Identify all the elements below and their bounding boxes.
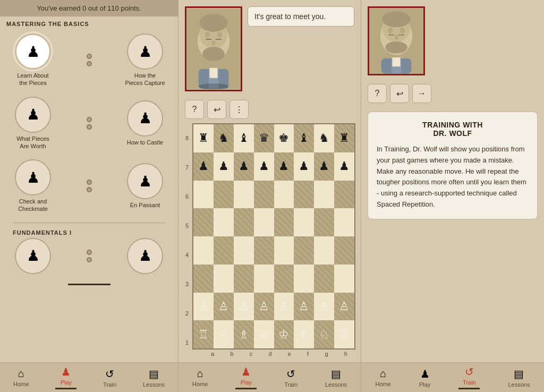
right-top (361, 0, 544, 82)
lesson-item-4[interactable]: ♟ How to Castle (118, 100, 172, 146)
back-button[interactable]: ↩ (207, 100, 226, 119)
cell-r5c7[interactable] (334, 265, 354, 293)
svg-point-22 (394, 35, 398, 40)
cell-r0c4[interactable]: ♚ (274, 124, 294, 152)
cell-r7c3[interactable]: ♕ (254, 320, 274, 348)
cell-r0c1[interactable]: ♞ (214, 124, 234, 152)
cell-r7c7[interactable]: ♖ (334, 320, 354, 348)
cell-r7c0[interactable]: ♖ (193, 320, 214, 348)
cell-r2c7[interactable] (334, 181, 354, 209)
left-nav-home[interactable]: ⌂ Home (9, 365, 33, 389)
rank-4: 4 (184, 252, 190, 258)
left-nav-lessons[interactable]: ▤ Lessons (139, 365, 169, 390)
cell-r7c1[interactable]: ♘ (214, 320, 234, 348)
cell-r3c7[interactable] (334, 208, 354, 236)
cell-r2c2[interactable] (234, 181, 254, 209)
cell-r6c6[interactable]: ♙ (314, 293, 334, 321)
svg-rect-7 (216, 39, 222, 40)
mid-nav-play[interactable]: ♟ Play (231, 363, 261, 391)
file-d: d (268, 351, 271, 357)
right-back-button[interactable]: ↩ (390, 84, 409, 103)
lesson-item-6[interactable]: ♟ En Passant (118, 163, 172, 209)
cell-r5c1[interactable] (214, 265, 234, 293)
cell-r2c0[interactable] (193, 181, 214, 209)
cell-r4c0[interactable] (193, 236, 214, 265)
cell-r5c0[interactable] (193, 265, 214, 293)
cell-r3c4[interactable] (274, 208, 294, 236)
lesson-item-5[interactable]: ♟ Check andCheckmate (6, 159, 60, 213)
cell-r6c0[interactable]: ♙ (193, 293, 214, 321)
cell-r2c3[interactable] (254, 181, 274, 209)
cell-r7c5[interactable]: ♗ (294, 320, 314, 348)
cell-r0c7[interactable]: ♜ (334, 124, 354, 152)
cell-r6c7[interactable]: ♙ (334, 293, 354, 321)
cell-r1c5[interactable]: ♟ (294, 152, 314, 181)
cell-r5c4[interactable] (274, 265, 294, 293)
right-help-button[interactable]: ? (368, 84, 387, 103)
cell-r1c6[interactable]: ♟ (314, 152, 334, 181)
cell-r0c2[interactable]: ♝ (234, 124, 254, 152)
cell-r4c1[interactable] (214, 236, 234, 265)
cell-r0c3[interactable]: ♛ (254, 124, 274, 152)
cell-r1c3[interactable]: ♟ (254, 152, 274, 181)
more-button[interactable]: ⋮ (230, 100, 249, 119)
right-nav-train[interactable]: ↺ Train (454, 363, 484, 391)
cell-r0c5[interactable]: ♝ (294, 124, 314, 152)
cell-r5c2[interactable] (234, 265, 254, 293)
cell-r3c0[interactable] (193, 208, 214, 236)
cell-r2c1[interactable] (214, 181, 234, 209)
fund-item-2[interactable]: ♟ (118, 238, 172, 274)
cell-r6c3[interactable]: ♙ (254, 293, 274, 321)
cell-r0c6[interactable]: ♞ (314, 124, 334, 152)
cell-r6c5[interactable]: ♙ (294, 293, 314, 321)
play-icon: ♟ (61, 365, 71, 378)
cell-r7c6[interactable]: ♘ (314, 320, 334, 348)
cell-r1c7[interactable]: ♟ (334, 152, 354, 181)
cell-r5c6[interactable] (314, 265, 334, 293)
cell-r4c2[interactable] (234, 236, 254, 265)
cell-r1c0[interactable]: ♟ (193, 152, 214, 181)
cell-r3c6[interactable] (314, 208, 334, 236)
left-nav-play[interactable]: ♟ Play (51, 363, 81, 391)
fund-item-1[interactable]: ♟ (6, 238, 60, 274)
cell-r6c4[interactable]: ♙ (274, 293, 294, 321)
cell-r4c4[interactable] (274, 236, 294, 265)
right-nav-lessons[interactable]: ▤ Lessons (504, 365, 534, 390)
right-forward-button[interactable]: → (412, 84, 431, 103)
cell-r5c3[interactable] (254, 265, 274, 293)
connector-3 (60, 180, 118, 192)
cell-r0c0[interactable]: ♜ (193, 124, 214, 152)
cell-r7c4[interactable]: ♔ (274, 320, 294, 348)
cell-r3c5[interactable] (294, 208, 314, 236)
cell-r1c4[interactable]: ♟ (274, 152, 294, 181)
mid-nav-home-label: Home (192, 381, 208, 387)
cell-r4c7[interactable] (334, 236, 354, 265)
mid-nav-home[interactable]: ⌂ Home (188, 365, 212, 389)
cell-r2c4[interactable] (274, 181, 294, 209)
mid-nav-lessons[interactable]: ▤ Lessons (321, 365, 351, 390)
cell-r6c2[interactable]: ♙ (234, 293, 254, 321)
lesson-item-3[interactable]: ♟ What PiecesAre Worth (6, 97, 60, 150)
right-nav-play[interactable]: ♟ Play (415, 365, 435, 390)
cell-r6c1[interactable]: ♙ (214, 293, 234, 321)
cell-r3c2[interactable] (234, 208, 254, 236)
left-nav-train[interactable]: ↺ Train (99, 365, 121, 390)
cell-r1c1[interactable]: ♟ (214, 152, 234, 181)
cell-r4c3[interactable] (254, 236, 274, 265)
help-button[interactable]: ? (185, 100, 204, 119)
mid-nav-train[interactable]: ↺ Train (280, 365, 302, 390)
cell-r5c5[interactable] (294, 265, 314, 293)
cell-r1c2[interactable]: ♟ (234, 152, 254, 181)
right-nav-home[interactable]: ⌂ Home (371, 365, 395, 389)
cell-r2c6[interactable] (314, 181, 334, 209)
cell-r3c3[interactable] (254, 208, 274, 236)
cell-r7c2[interactable]: ♗ (234, 320, 254, 348)
lesson-item-1[interactable]: ♟ Learn Aboutthe Pieces (6, 33, 60, 87)
cell-r4c5[interactable] (294, 236, 314, 265)
cell-r3c1[interactable] (214, 208, 234, 236)
cell-r4c6[interactable] (314, 236, 334, 265)
lesson-item-2[interactable]: ♟ How thePieces Capture (118, 33, 172, 87)
lesson-icon-5: ♟ (15, 159, 51, 195)
cell-r2c5[interactable] (294, 181, 314, 209)
points-bar: You've earned 0 out of 110 points. (0, 0, 178, 16)
